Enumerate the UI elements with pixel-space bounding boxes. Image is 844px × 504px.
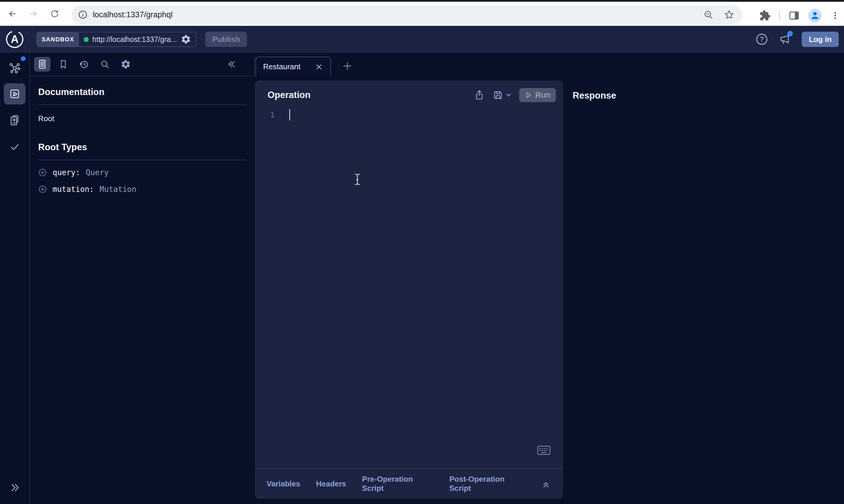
side-panel-icon[interactable]: [788, 10, 800, 21]
root-link[interactable]: Root: [38, 114, 54, 123]
graph-schema-icon: [8, 61, 21, 74]
bookmark-icon: [57, 59, 69, 70]
browser-chrome: localhost:1337/graphql: [0, 0, 844, 26]
add-field-icon[interactable]: [38, 185, 47, 194]
forward-arrow-icon: [28, 8, 39, 19]
announcements-button[interactable]: [778, 33, 792, 46]
save-floppy-icon: [493, 89, 504, 101]
browser-menu-kebab-icon[interactable]: [830, 10, 841, 21]
tab-pre-operation-script[interactable]: Pre-Operation Script: [362, 475, 433, 493]
tool-bookmarks[interactable]: [55, 57, 71, 72]
history-clock-icon: [79, 59, 90, 70]
tool-settings[interactable]: [118, 57, 134, 72]
add-field-icon[interactable]: [38, 168, 47, 177]
close-tab-icon[interactable]: [314, 62, 323, 71]
tool-documentation[interactable]: [34, 57, 51, 72]
settings-gear-icon: [120, 59, 131, 70]
endpoint-input[interactable]: http://localhost:1337/gra...: [79, 32, 196, 46]
publish-button[interactable]: Publish: [205, 32, 247, 47]
plus-circle-icon: [38, 168, 47, 177]
field-row-mutation[interactable]: mutation: Mutation: [38, 185, 246, 194]
explorer-play-icon: [8, 87, 21, 100]
checkmark-icon: [8, 140, 21, 153]
text-caret: [289, 109, 290, 120]
new-tab-button[interactable]: [342, 60, 353, 72]
run-button[interactable]: Run: [519, 88, 556, 102]
mouse-text-cursor: [352, 173, 363, 186]
close-x-icon: [314, 62, 323, 71]
sandbox-endpoint-group: SANDBOX http://localhost:1337/gra...: [36, 32, 196, 47]
play-triangle-icon: [524, 91, 532, 99]
endpoint-url-text: http://localhost:1337/gra...: [92, 35, 177, 44]
collapse-doc-panel-button[interactable]: [225, 58, 237, 71]
tab-label: Restaurant: [263, 62, 300, 71]
line-number: 1: [270, 111, 275, 119]
documentation-list-icon: [37, 59, 48, 70]
double-chevron-left-icon: [225, 58, 237, 70]
save-operation-button[interactable]: [493, 89, 504, 101]
toolbar-divider: [779, 10, 780, 21]
response-title: Response: [573, 90, 616, 101]
share-operation-button[interactable]: [474, 89, 485, 101]
bookmark-star-icon[interactable]: [724, 9, 735, 20]
site-info-icon[interactable]: [77, 10, 88, 20]
save-operation-group: [493, 89, 512, 101]
tab-variables[interactable]: Variables: [266, 479, 300, 488]
field-type[interactable]: Query: [86, 168, 109, 177]
connection-status-dot: [84, 37, 89, 42]
apollo-logo[interactable]: A: [5, 30, 24, 49]
extensions-icon[interactable]: [759, 10, 771, 21]
operation-panel: Operation Run 1 Variables: [255, 80, 563, 499]
documentation-toolbar: [30, 53, 254, 76]
changelog-diff-icon: [8, 114, 21, 127]
divider: [38, 160, 246, 160]
field-name[interactable]: mutation:: [53, 185, 94, 194]
profile-avatar[interactable]: [808, 9, 822, 22]
save-menu-chevron[interactable]: [506, 92, 512, 98]
double-chevron-right-icon: [8, 481, 21, 494]
help-icon[interactable]: ?: [755, 33, 768, 46]
tab-headers[interactable]: Headers: [316, 479, 346, 488]
operation-tabbar: Restaurant: [254, 56, 844, 76]
nav-schema[interactable]: [4, 57, 25, 78]
tab-post-operation-script[interactable]: Post-Operation Script: [449, 475, 525, 493]
nav-explorer[interactable]: [4, 83, 25, 105]
root-types-title: Root Types: [38, 142, 246, 152]
zoom-out-icon[interactable]: [703, 10, 713, 20]
tool-search[interactable]: [97, 57, 113, 72]
person-icon: [809, 10, 821, 21]
expand-sidebar-button[interactable]: [4, 479, 25, 497]
documentation-panel: Documentation Root Root Types query: Que…: [30, 53, 254, 504]
url-text[interactable]: localhost:1337/graphql: [93, 10, 173, 19]
operation-editor[interactable]: 1: [255, 109, 563, 120]
left-nav-rail: [0, 53, 30, 504]
divider: [38, 105, 246, 105]
operation-title: Operation: [268, 90, 310, 100]
endpoint-settings-gear-icon[interactable]: [180, 34, 191, 44]
field-type[interactable]: Mutation: [100, 185, 136, 194]
reload-icon: [49, 8, 60, 19]
collapse-footer-button[interactable]: [541, 479, 551, 489]
field-name[interactable]: query:: [53, 168, 80, 177]
puzzle-icon: [759, 10, 771, 21]
plus-circle-icon: [38, 185, 47, 194]
apollo-logo-letter: A: [5, 30, 24, 49]
run-label: Run: [535, 91, 551, 100]
browser-reload-button[interactable]: [47, 5, 63, 22]
nav-changelog[interactable]: [4, 110, 25, 131]
plus-icon: [342, 60, 353, 72]
svg-text:?: ?: [760, 35, 763, 43]
keyboard-icon: [537, 445, 551, 455]
tab-restaurant[interactable]: Restaurant: [256, 57, 331, 76]
nav-checks[interactable]: [4, 136, 25, 157]
keyboard-shortcuts-button[interactable]: [537, 445, 551, 455]
schema-notification-dot: [21, 56, 25, 61]
tool-history[interactable]: [76, 57, 92, 72]
apollo-sandbox-page: { "browser": { "url": "localhost:1337/gr…: [0, 0, 844, 504]
browser-address-bar[interactable]: localhost:1337/graphql: [72, 5, 742, 24]
share-export-icon: [474, 89, 485, 101]
browser-back-button[interactable]: [4, 5, 20, 22]
browser-forward-button[interactable]: [25, 5, 42, 22]
login-button[interactable]: Log in: [802, 32, 839, 47]
field-row-query[interactable]: query: Query: [38, 168, 246, 177]
